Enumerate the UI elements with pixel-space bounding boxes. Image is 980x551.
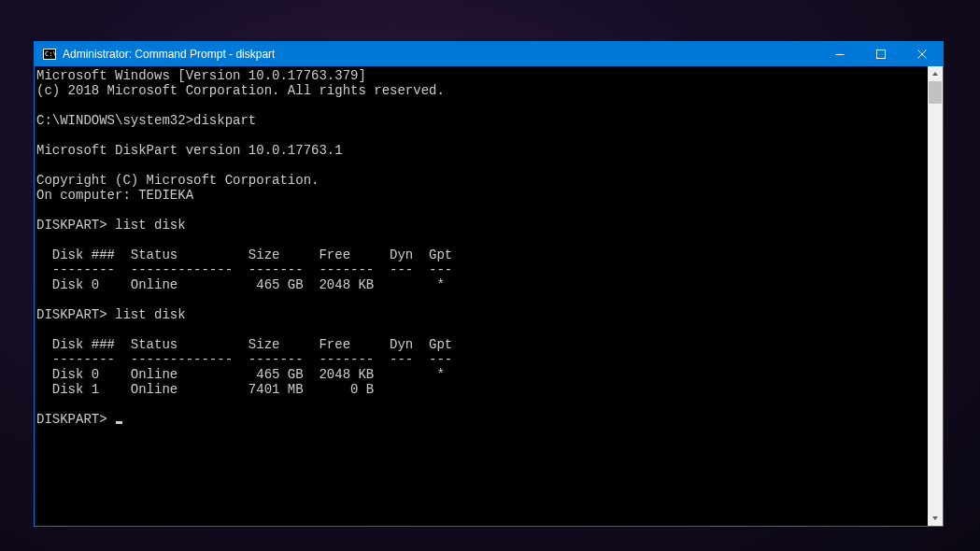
svg-rect-4 <box>877 50 886 59</box>
diskpart-computer-line: On computer: TEDIEKA <box>36 188 193 203</box>
diskpart-prompt: DISKPART> <box>36 307 107 322</box>
vertical-scrollbar[interactable] <box>928 66 943 526</box>
command-prompt-icon: C:\ <box>42 47 57 62</box>
desktop: C:\ Administrator: Command Prompt - disk… <box>0 0 980 551</box>
scrollbar-arrow-up-icon[interactable] <box>928 66 943 81</box>
window-title: Administrator: Command Prompt - diskpart <box>63 42 275 66</box>
disk-table-divider: -------- ------------- ------- ------- -… <box>36 262 452 277</box>
diskpart-prompt: DISKPART> <box>36 218 107 233</box>
terminal-output[interactable]: Microsoft Windows [Version 10.0.17763.37… <box>35 66 928 526</box>
diskpart-version-line: Microsoft DiskPart version 10.0.17763.1 <box>36 143 343 158</box>
close-button[interactable] <box>902 42 943 66</box>
disk-table-divider: -------- ------------- ------- ------- -… <box>36 352 452 367</box>
svg-text:C:\: C:\ <box>45 50 56 58</box>
disk-table-row: Disk 1 Online 7401 MB 0 B <box>36 382 374 397</box>
cmd-diskpart: diskpart <box>193 113 256 128</box>
disk-table-row: Disk 0 Online 465 GB 2048 KB * <box>36 277 445 292</box>
cmd-list-disk: list disk <box>115 307 186 322</box>
client-area: Microsoft Windows [Version 10.0.17763.37… <box>35 66 943 526</box>
minimize-button[interactable] <box>819 42 860 66</box>
cmd-list-disk: list disk <box>115 218 186 233</box>
diskpart-prompt-current: DISKPART> <box>36 412 107 427</box>
disk-table-header: Disk ### Status Size Free Dyn Gpt <box>36 337 452 352</box>
os-copyright-line: (c) 2018 Microsoft Corporation. All righ… <box>36 83 445 98</box>
maximize-button[interactable] <box>860 42 902 66</box>
diskpart-copyright-line: Copyright (C) Microsoft Corporation. <box>36 173 319 188</box>
disk-table-row: Disk 0 Online 465 GB 2048 KB * <box>36 367 445 382</box>
disk-table-header: Disk ### Status Size Free Dyn Gpt <box>36 247 452 262</box>
titlebar[interactable]: C:\ Administrator: Command Prompt - disk… <box>35 42 943 66</box>
terminal-cursor <box>116 421 122 424</box>
scrollbar-arrow-down-icon[interactable] <box>928 511 943 526</box>
svg-marker-8 <box>932 516 938 520</box>
prompt-c-windows-system32: C:\WINDOWS\system32> <box>36 113 193 128</box>
scrollbar-track[interactable] <box>928 81 943 511</box>
scrollbar-thumb[interactable] <box>929 81 942 104</box>
command-prompt-window: C:\ Administrator: Command Prompt - disk… <box>34 41 944 527</box>
svg-marker-7 <box>932 72 938 76</box>
os-version-line: Microsoft Windows [Version 10.0.17763.37… <box>36 68 366 83</box>
